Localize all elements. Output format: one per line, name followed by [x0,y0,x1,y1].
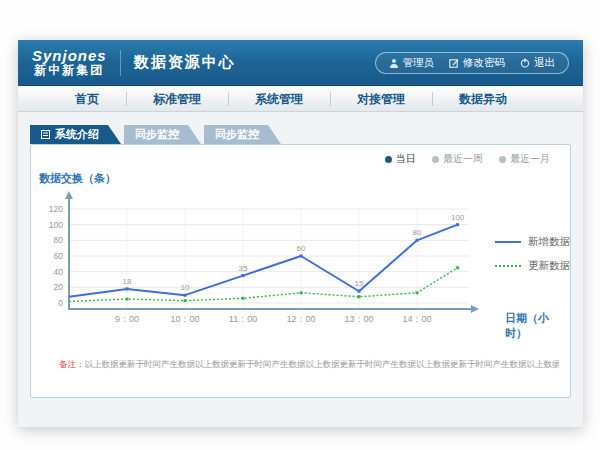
tab-bar: 系统介绍 同步监控 同步监控 [30,125,583,144]
radio-last-week[interactable]: 最近一周 [432,152,483,166]
radio-today[interactable]: 当日 [385,152,416,166]
user-icon [389,58,399,68]
logo[interactable]: Synjones 新中新集团 [32,48,107,78]
app-header: Synjones 新中新集团 数据资源中心 管理员 修改密码 退出 [18,40,583,86]
app-title: 数据资源中心 [134,53,236,72]
svg-text:14：00: 14：00 [402,314,431,324]
tab-sync-monitor-2[interactable]: 同步监控 [204,125,281,144]
line-chart[interactable]: 0204060801001209：0010：0011：0012：0013：001… [33,189,493,329]
svg-text:20: 20 [54,282,64,292]
svg-text:12：00: 12：00 [286,314,315,324]
radio-last-month[interactable]: 最近一月 [499,152,550,166]
nav-item-standard-mgmt[interactable]: 标准管理 [126,86,228,112]
logout-button[interactable]: 退出 [520,56,555,70]
tab-label: 同步监控 [215,127,259,142]
footnote-prefix: 备注： [59,359,85,369]
content-panel: 当日 最近一周 最近一月 数据交换（条） 0204060801001209：00… [30,144,571,398]
change-password-label: 修改密码 [463,56,505,70]
svg-text:80: 80 [413,228,422,237]
svg-text:100: 100 [451,213,465,222]
svg-text:35: 35 [239,264,248,273]
chart-legend: 新增数据 更新数据 [495,235,570,283]
tab-sync-monitor-1[interactable]: 同步监控 [124,125,201,144]
svg-text:0: 0 [58,298,63,308]
main-nav: 首页 标准管理 系统管理 对接管理 数据异动 [18,86,583,112]
svg-text:13：00: 13：00 [344,314,373,324]
legend-line-solid-icon [495,241,521,243]
svg-text:60: 60 [54,251,64,261]
tab-label: 系统介绍 [55,127,99,142]
user-button[interactable]: 管理员 [389,56,435,70]
radio-dot-icon [385,156,392,163]
svg-text:9：00: 9：00 [115,314,139,324]
logout-label: 退出 [534,56,555,70]
svg-text:100: 100 [49,220,63,230]
logo-text-cn: 新中新集团 [32,64,107,77]
legend-item-updated-data: 更新数据 [495,259,570,273]
svg-text:11：00: 11：00 [229,314,257,324]
nav-item-system-mgmt[interactable]: 系统管理 [228,86,330,112]
svg-text:18: 18 [123,277,132,286]
user-button-label: 管理员 [403,56,435,70]
footnote: 备注：以上数据更新于时间产生数据以上数据更新于时间产生数据以上数据更新于时间产生… [59,359,559,371]
tab-label: 同步监控 [135,127,179,142]
document-icon [41,129,50,141]
radio-dot-icon [499,156,506,163]
user-menu: 管理员 修改密码 退出 [375,52,570,74]
legend-item-new-data: 新增数据 [495,235,570,249]
radio-last-week-label: 最近一周 [443,152,483,166]
logo-text-en: Synjones [32,48,107,65]
tab-system-intro[interactable]: 系统介绍 [30,125,121,144]
radio-last-month-label: 最近一月 [510,152,550,166]
edit-icon [449,58,459,68]
app-window: Synjones 新中新集团 数据资源中心 管理员 修改密码 退出 [18,40,583,427]
legend-label-updated-data: 更新数据 [528,259,570,273]
time-range-filter: 当日 最近一周 最近一月 [385,152,550,166]
footnote-text: 以上数据更新于时间产生数据以上数据更新于时间产生数据以上数据更新于时间产生数据以… [85,359,560,369]
radio-today-label: 当日 [396,152,416,166]
x-axis-label: 日期（小时） [505,311,570,341]
power-icon [520,58,530,68]
page: Synjones 新中新集团 数据资源中心 管理员 修改密码 退出 [0,0,600,450]
y-axis-label: 数据交换（条） [39,171,116,186]
legend-line-dotted-icon [495,265,521,267]
svg-text:60: 60 [297,244,306,253]
header-divider [120,50,121,76]
svg-text:120: 120 [49,204,63,214]
change-password-button[interactable]: 修改密码 [449,56,505,70]
svg-text:10：00: 10：00 [170,314,199,324]
legend-label-new-data: 新增数据 [528,235,570,249]
nav-item-interface-mgmt[interactable]: 对接管理 [330,86,432,112]
svg-text:10: 10 [181,283,190,292]
svg-text:80: 80 [54,235,64,245]
svg-text:40: 40 [54,267,64,277]
radio-dot-icon [432,156,439,163]
svg-text:15: 15 [355,279,364,288]
nav-item-data-change[interactable]: 数据异动 [432,86,534,112]
nav-item-home[interactable]: 首页 [48,86,126,112]
